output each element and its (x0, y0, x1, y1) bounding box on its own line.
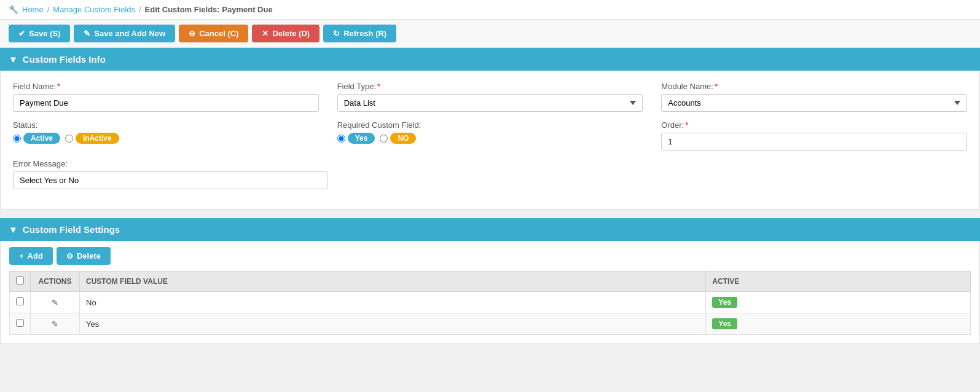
active-badge: Yes (712, 297, 737, 308)
table-header-row: ACTIONS CUSTOM FIELD VALUE ACTIVE (10, 272, 971, 292)
row-active: Yes (706, 313, 971, 335)
required-no-input[interactable] (380, 135, 388, 143)
table-row: ✎ No Yes (10, 292, 971, 313)
header-checkbox-cell (10, 272, 31, 292)
module-name-select[interactable]: Accounts Contacts Leads Opportunities (661, 94, 967, 112)
field-type-label: Field Type:* (337, 82, 643, 91)
edit-row-icon[interactable]: ✎ (52, 298, 58, 307)
row-actions: ✎ (31, 313, 80, 335)
field-name-input[interactable] (13, 94, 319, 112)
section1-title: Custom Fields Info (23, 54, 106, 65)
required-group: Required Custom Field: Yes NO (337, 120, 643, 144)
settings-table: ACTIONS CUSTOM FIELD VALUE ACTIVE ✎ No Y… (9, 271, 971, 335)
required-label: Required Custom Field: (337, 120, 643, 130)
order-input-wrap (661, 133, 967, 151)
edit-row-icon[interactable]: ✎ (52, 319, 58, 329)
minus-circle-icon: ⊖ (189, 29, 195, 38)
delete-label: Delete (D) (272, 29, 310, 38)
required-radio-group: Yes NO (337, 133, 643, 144)
row-actions: ✎ (31, 292, 80, 313)
header-actions: ACTIONS (31, 272, 80, 292)
order-input[interactable] (661, 133, 967, 151)
section1-content: Field Name:* Field Type:* Data List Text… (0, 71, 980, 210)
row-value: Yes (80, 313, 706, 335)
table-row: ✎ Yes Yes (10, 313, 971, 335)
section2-content: + Add ⊖ Delete ACTIONS CUSTOM FIELD VALU… (0, 241, 980, 344)
status-active-radio[interactable]: Active (13, 133, 60, 144)
table-delete-button[interactable]: ⊖ Delete (57, 247, 111, 265)
row-checkbox[interactable] (16, 319, 24, 327)
breadcrumb-manage[interactable]: Manage Custom Fields (53, 5, 135, 14)
row-active: Yes (706, 292, 971, 313)
save-add-button[interactable]: ✎ Save and Add New (74, 25, 175, 42)
breadcrumb-sep2: / (139, 5, 141, 14)
breadcrumb: 🔧 Home / Manage Custom Fields / Edit Cus… (0, 0, 980, 20)
field-name-label: Field Name:* (13, 82, 319, 91)
status-active-input[interactable] (13, 135, 21, 143)
cancel-button[interactable]: ⊖ Cancel (C) (179, 25, 248, 42)
cancel-label: Cancel (C) (199, 29, 238, 38)
form-row-1: Field Name:* Field Type:* Data List Text… (13, 82, 967, 112)
breadcrumb-current: Edit Custom Fields: Payment Due (145, 5, 273, 14)
add-button[interactable]: + Add (9, 247, 53, 265)
section2-header[interactable]: ▼ Custom Field Settings (0, 218, 980, 241)
toolbar: ✔ Save (S) ✎ Save and Add New ⊖ Cancel (… (0, 20, 980, 48)
header-active: ACTIVE (706, 272, 971, 292)
status-radio-group: Active InActive (13, 133, 319, 144)
error-message-label: Error Message: (13, 159, 327, 168)
error-message-group: Error Message: (13, 159, 327, 189)
minus-icon: ⊖ (66, 251, 73, 261)
custom-field-settings-section: ▼ Custom Field Settings + Add ⊖ Delete (0, 218, 980, 344)
x-icon: ✕ (262, 29, 269, 38)
refresh-icon: ↻ (333, 29, 340, 38)
section2-title: Custom Field Settings (23, 224, 120, 235)
required-no-label: NO (390, 133, 416, 144)
save-add-label: Save and Add New (94, 29, 165, 38)
add-label: Add (28, 251, 43, 261)
table-toolbar: + Add ⊖ Delete (1, 241, 979, 271)
table-wrap: ACTIONS CUSTOM FIELD VALUE ACTIVE ✎ No Y… (1, 271, 979, 343)
status-group: Status: Active InActive (13, 120, 319, 144)
form-row-2: Status: Active InActive Required Custom … (13, 120, 967, 151)
required-no-radio[interactable]: NO (380, 133, 416, 144)
status-inactive-label: InActive (76, 133, 119, 144)
breadcrumb-home[interactable]: Home (22, 5, 44, 14)
chevron-down-icon-2: ▼ (9, 224, 18, 235)
required-yes-radio[interactable]: Yes (337, 133, 375, 144)
refresh-label: Refresh (R) (343, 29, 386, 38)
field-type-select[interactable]: Data List Text Number Date (337, 94, 643, 112)
field-type-group: Field Type:* Data List Text Number Date (337, 82, 643, 112)
status-inactive-radio[interactable]: InActive (65, 133, 119, 144)
header-value: CUSTOM FIELD VALUE (80, 272, 706, 292)
breadcrumb-sep1: / (47, 5, 50, 14)
delete-button[interactable]: ✕ Delete (D) (252, 25, 319, 42)
form-row-3: Error Message: (13, 159, 967, 189)
check-icon: ✔ (18, 29, 25, 38)
required-yes-input[interactable] (337, 135, 345, 143)
order-group: Order:* (661, 120, 967, 151)
order-label: Order:* (661, 120, 967, 130)
active-badge: Yes (712, 318, 737, 329)
error-message-input[interactable] (13, 171, 327, 189)
save-label: Save (S) (29, 29, 60, 38)
save-button[interactable]: ✔ Save (S) (9, 25, 70, 42)
select-all-checkbox[interactable] (16, 276, 24, 284)
table-head: ACTIONS CUSTOM FIELD VALUE ACTIVE (10, 272, 971, 292)
edit-icon: ✎ (84, 29, 90, 38)
row-checkbox[interactable] (16, 297, 24, 305)
plus-icon: + (19, 251, 24, 261)
row-value: No (80, 292, 706, 313)
status-active-label: Active (23, 133, 60, 144)
status-inactive-input[interactable] (65, 135, 73, 143)
status-label: Status: (13, 120, 319, 130)
table-delete-label: Delete (77, 251, 101, 261)
module-name-label: Module Name:* (661, 82, 967, 91)
row-checkbox-cell (10, 292, 31, 313)
row-checkbox-cell (10, 313, 31, 335)
refresh-button[interactable]: ↻ Refresh (R) (323, 25, 396, 42)
chevron-down-icon: ▼ (9, 54, 18, 65)
section1-header[interactable]: ▼ Custom Fields Info (0, 48, 980, 71)
custom-fields-info-section: ▼ Custom Fields Info Field Name:* Field … (0, 48, 980, 210)
table-body: ✎ No Yes ✎ Yes Yes (10, 292, 971, 335)
module-name-group: Module Name:* Accounts Contacts Leads Op… (661, 82, 967, 112)
